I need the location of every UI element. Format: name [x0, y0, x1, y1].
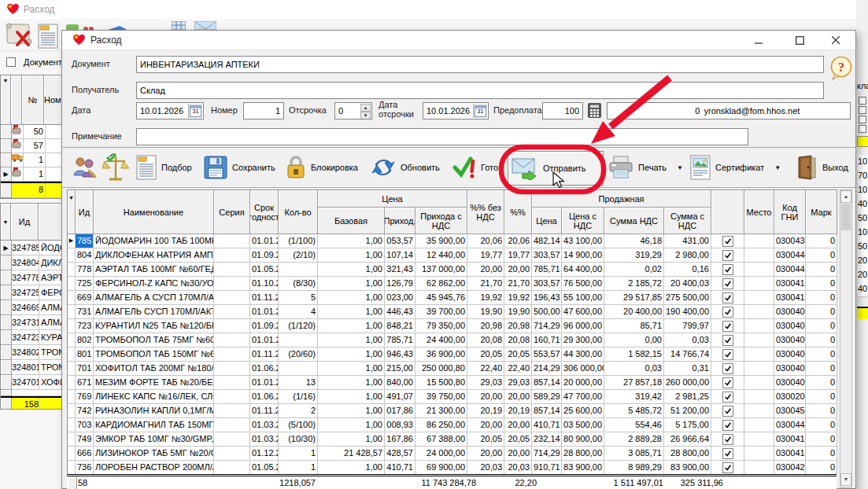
cell-kod[interactable]: 030040: [774, 333, 806, 347]
cell-srok[interactable]: 01.03.2: [250, 432, 279, 447]
row-checkbox-checked[interactable]: [722, 321, 733, 332]
table-row[interactable]: 778АЭРТАЛ ТАБ 100МГ №60/ГЕД01.05.21,0032…: [68, 263, 837, 277]
table-row[interactable]: 669АЛМАГЕЛЬ А СУСП 170МЛ/А01.11.251,0002…: [68, 291, 837, 305]
row-checkbox-checked[interactable]: [722, 264, 733, 275]
document-row[interactable]: 1: [1, 153, 62, 167]
cell-srok[interactable]: 01.09.2: [250, 248, 279, 263]
cell-mesto[interactable]: [744, 376, 774, 390]
cell-sumnds[interactable]: 5 485,72: [604, 404, 664, 418]
cell-baz[interactable]: 1,00: [318, 333, 385, 347]
cell-cenands[interactable]: 25 600,00: [562, 404, 604, 418]
row-indicator[interactable]: [68, 432, 76, 447]
cell-kolvo[interactable]: 1: [279, 461, 318, 475]
column-header-kolvo[interactable]: Кол-во: [279, 190, 318, 234]
cell-cena[interactable]: 410,71: [532, 418, 562, 432]
cell-pct[interactable]: 22,40: [504, 362, 532, 376]
cell-srok[interactable]: 01.11.2: [250, 291, 279, 305]
cell-name[interactable]: ТРОМБОПОЛ ТАБ 75МГ №60/: [94, 333, 214, 347]
cell-pbez[interactable]: 20,06: [467, 234, 504, 248]
cell-baz[interactable]: 1,00: [318, 347, 385, 362]
print-button[interactable]: Печать ▼: [605, 151, 686, 184]
cell-prihnds[interactable]: 62 862,00: [416, 277, 467, 291]
cell-prih[interactable]: 107,14: [385, 248, 416, 263]
vertical-scrollbar[interactable]: ▲ ▼: [840, 189, 852, 488]
cell-cena[interactable]: 785,71: [532, 263, 562, 277]
cell-kolvo[interactable]: 4: [279, 305, 318, 319]
spinner-icon[interactable]: ▲▼: [360, 104, 371, 118]
column-header-chk[interactable]: [711, 190, 744, 234]
cell-pbez[interactable]: 19,92: [467, 291, 504, 305]
item-name-cell[interactable]: ТРОМ: [39, 345, 62, 360]
cell-mark[interactable]: 0: [806, 447, 837, 461]
cell-prihnds[interactable]: 12 440,00: [416, 248, 467, 263]
scrollbar-thumb[interactable]: [841, 204, 851, 230]
cell-cena[interactable]: 303,57: [532, 277, 562, 291]
cell-mesto[interactable]: [744, 390, 774, 404]
cell-prih[interactable]: 008,93: [385, 418, 416, 432]
table-row[interactable]: ▶785ЙОДОМАРИН 100 ТАБ 100МК01.01.2(1/100…: [68, 234, 837, 248]
deferral-date-input[interactable]: 10.01.2026 31: [423, 102, 489, 119]
row-checkbox-checked[interactable]: [722, 307, 733, 318]
cell-cenands[interactable]: 64 400,00: [562, 263, 604, 277]
cell-seria[interactable]: [214, 418, 250, 432]
document-row[interactable]: ▶1: [1, 167, 62, 182]
cell-mark[interactable]: 0: [806, 263, 837, 277]
column-header-srok[interactable]: Срок годност: [250, 190, 279, 234]
cell-prih[interactable]: 785,71: [385, 333, 416, 347]
column-header-ind[interactable]: ▼: [68, 190, 76, 234]
cell-id[interactable]: 736: [76, 461, 94, 475]
cell-sumnds[interactable]: 1 582,15: [604, 347, 664, 362]
table-row[interactable]: 731АЛМАГЕЛЬ СУСП 170МЛ/АКТ01.01.241,0044…: [68, 305, 837, 319]
cell-chk[interactable]: [711, 362, 744, 376]
recipient-input[interactable]: Склад: [136, 82, 824, 99]
cell-sumsnds[interactable]: 799,97: [664, 319, 711, 333]
document-list-icon[interactable]: [38, 24, 59, 50]
cell-mark[interactable]: 0: [806, 376, 837, 390]
cell-mesto[interactable]: [744, 418, 774, 432]
row-indicator[interactable]: [68, 390, 76, 404]
chevron-down-icon[interactable]: ▼: [774, 164, 781, 171]
cell-seria[interactable]: [214, 305, 250, 319]
cell-sumnds[interactable]: 29 517,85: [604, 291, 664, 305]
cell-mesto[interactable]: [744, 291, 774, 305]
cell-kolvo[interactable]: (1/16): [279, 390, 318, 404]
row-checkbox-checked[interactable]: [722, 462, 733, 473]
cell-cena[interactable]: 857,14: [532, 404, 562, 418]
cell-prihnds[interactable]: 35 900,00: [416, 234, 467, 248]
cell-cenands[interactable]: 44 300,00: [562, 347, 604, 362]
cell-pbez[interactable]: 20,00: [467, 263, 504, 277]
cell-cenands[interactable]: 55 100,00: [562, 291, 604, 305]
cell-baz[interactable]: 1,00: [318, 305, 385, 319]
column-header-prih[interactable]: Приход.: [385, 208, 416, 234]
cell-pct[interactable]: 20,08: [504, 333, 532, 347]
cell-cena[interactable]: 589,29: [532, 390, 562, 404]
cell-pct[interactable]: 20,19: [504, 404, 532, 418]
cell-pct[interactable]: 19,90: [504, 305, 532, 319]
cell-sumsnds[interactable]: 431,00: [664, 234, 711, 248]
cell-seria[interactable]: [214, 277, 250, 291]
item-id-cell[interactable]: 324778: [12, 270, 39, 285]
cell-prih[interactable]: 321,43: [385, 263, 416, 277]
item-id-cell[interactable]: 324802: [12, 345, 39, 360]
cell-prih[interactable]: 410,71: [385, 461, 416, 475]
cell-name[interactable]: ЛИЗИНОКОР ТАБ 5МГ №20/G: [94, 447, 214, 461]
cell-kolvo[interactable]: [279, 333, 318, 347]
cell-chk[interactable]: [711, 461, 744, 475]
cell-kolvo[interactable]: [279, 362, 318, 376]
cell-chk[interactable]: [711, 404, 744, 418]
cell-chk[interactable]: [711, 291, 744, 305]
cell-id[interactable]: 801: [76, 347, 94, 362]
cell-srok[interactable]: 01.01.2: [250, 234, 279, 248]
cell-cenands[interactable]: 83 900,00: [562, 461, 604, 475]
item-row[interactable]: ▶324785ЙОДО: [1, 241, 62, 256]
item-row[interactable]: 324731АЛМА: [1, 315, 62, 330]
item-name-cell[interactable]: ДИКЛ: [39, 256, 62, 270]
cell-sumnds[interactable]: 319,29: [604, 248, 664, 263]
cell-baz[interactable]: 21 428,57: [318, 447, 385, 461]
doc-nom-cell[interactable]: [46, 167, 62, 182]
cell-prihnds[interactable]: 15 500,80: [416, 376, 467, 390]
doc-number-cell[interactable]: 1: [24, 153, 46, 167]
cell-name[interactable]: ДИКЛОФЕНАК НАТРИЯ АМП: [94, 248, 214, 263]
cell-kolvo[interactable]: (2/10): [279, 248, 318, 263]
cell-sumsnds[interactable]: 14 766,74: [664, 347, 711, 362]
